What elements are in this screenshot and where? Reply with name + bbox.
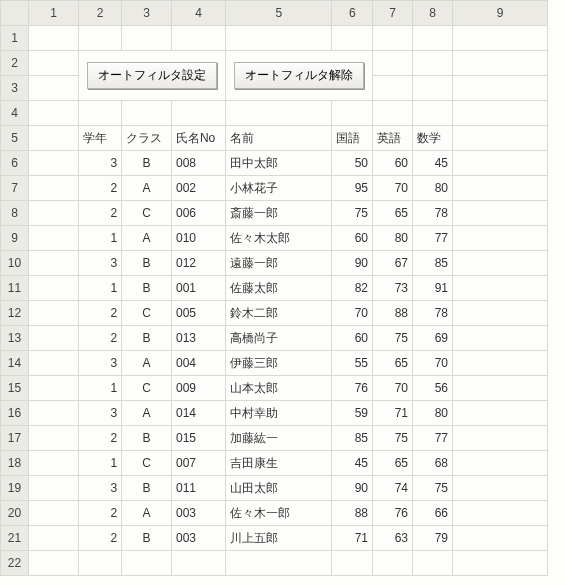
row-header[interactable]: 10 xyxy=(1,251,29,276)
cell[interactable] xyxy=(413,101,453,126)
cell-grade[interactable]: 2 xyxy=(79,201,122,226)
cell-class[interactable]: C xyxy=(122,376,172,401)
cell[interactable] xyxy=(373,26,413,51)
cell-grade[interactable]: 2 xyxy=(79,301,122,326)
cell-name-no[interactable]: 014 xyxy=(171,401,225,426)
cell-name[interactable]: 佐々木一郎 xyxy=(226,501,332,526)
cell-name-no[interactable]: 002 xyxy=(171,176,225,201)
cell-name[interactable]: 斎藤一郎 xyxy=(226,201,332,226)
cell[interactable] xyxy=(373,51,413,76)
row-header[interactable]: 9 xyxy=(1,226,29,251)
cell[interactable] xyxy=(29,426,79,451)
cell[interactable] xyxy=(453,526,548,551)
cell[interactable] xyxy=(453,101,548,126)
cell-eigo[interactable]: 63 xyxy=(373,526,413,551)
cell[interactable] xyxy=(453,476,548,501)
row-header[interactable]: 16 xyxy=(1,401,29,426)
clear-autofilter-button[interactable]: オートフィルタ解除 xyxy=(234,62,364,89)
cell[interactable]: オートフィルタ設定 xyxy=(79,51,226,101)
cell[interactable] xyxy=(453,201,548,226)
cell-grade[interactable]: 1 xyxy=(79,276,122,301)
row-header[interactable]: 18 xyxy=(1,451,29,476)
cell-class[interactable]: C xyxy=(122,301,172,326)
cell[interactable] xyxy=(373,76,413,101)
cell-sugaku[interactable]: 77 xyxy=(413,226,453,251)
cell-grade[interactable]: 3 xyxy=(79,401,122,426)
cell[interactable] xyxy=(453,326,548,351)
col-header-1[interactable]: 1 xyxy=(29,1,79,26)
cell[interactable] xyxy=(453,51,548,76)
cell-name-no[interactable]: 011 xyxy=(171,476,225,501)
cell[interactable] xyxy=(453,76,548,101)
cell-kokugo[interactable]: 95 xyxy=(332,176,373,201)
cell[interactable] xyxy=(453,226,548,251)
cell-name-no[interactable]: 010 xyxy=(171,226,225,251)
cell-class[interactable]: B xyxy=(122,276,172,301)
cell-sugaku[interactable]: 66 xyxy=(413,501,453,526)
cell-name-no[interactable]: 007 xyxy=(171,451,225,476)
set-autofilter-button[interactable]: オートフィルタ設定 xyxy=(87,62,217,89)
cell[interactable] xyxy=(332,551,373,576)
cell[interactable] xyxy=(29,26,79,51)
header-grade[interactable]: 学年 xyxy=(79,126,122,151)
row-header[interactable]: 19 xyxy=(1,476,29,501)
cell-name[interactable]: 伊藤三郎 xyxy=(226,351,332,376)
cell-name-no[interactable]: 013 xyxy=(171,326,225,351)
cell-sugaku[interactable]: 78 xyxy=(413,301,453,326)
cell-name[interactable]: 佐藤太郎 xyxy=(226,276,332,301)
col-header-7[interactable]: 7 xyxy=(373,1,413,26)
cell[interactable] xyxy=(29,251,79,276)
cell[interactable] xyxy=(413,26,453,51)
cell[interactable] xyxy=(373,101,413,126)
cell-class[interactable]: A xyxy=(122,226,172,251)
cell-grade[interactable]: 1 xyxy=(79,451,122,476)
cell-kokugo[interactable]: 45 xyxy=(332,451,373,476)
cell-eigo[interactable]: 88 xyxy=(373,301,413,326)
cell[interactable] xyxy=(29,451,79,476)
cell-eigo[interactable]: 71 xyxy=(373,401,413,426)
row-header[interactable]: 5 xyxy=(1,126,29,151)
cell[interactable] xyxy=(453,551,548,576)
cell[interactable] xyxy=(453,301,548,326)
cell-eigo[interactable]: 80 xyxy=(373,226,413,251)
cell-grade[interactable]: 3 xyxy=(79,476,122,501)
cell-sugaku[interactable]: 78 xyxy=(413,201,453,226)
cell[interactable] xyxy=(453,451,548,476)
cell-kokugo[interactable]: 71 xyxy=(332,526,373,551)
cell-kokugo[interactable]: 75 xyxy=(332,201,373,226)
header-eigo[interactable]: 英語 xyxy=(373,126,413,151)
cell[interactable] xyxy=(122,551,172,576)
cell-name-no[interactable]: 001 xyxy=(171,276,225,301)
cell-eigo[interactable]: 65 xyxy=(373,201,413,226)
cell[interactable] xyxy=(122,26,172,51)
cell[interactable] xyxy=(226,26,332,51)
cell-sugaku[interactable]: 85 xyxy=(413,251,453,276)
cell-eigo[interactable]: 73 xyxy=(373,276,413,301)
row-header[interactable]: 22 xyxy=(1,551,29,576)
cell-name[interactable]: 山本太郎 xyxy=(226,376,332,401)
col-header-4[interactable]: 4 xyxy=(171,1,225,26)
header-class[interactable]: クラス xyxy=(122,126,172,151)
cell-kokugo[interactable]: 85 xyxy=(332,426,373,451)
cell-kokugo[interactable]: 90 xyxy=(332,476,373,501)
cell[interactable] xyxy=(226,551,332,576)
cell-class[interactable]: A xyxy=(122,501,172,526)
cell-class[interactable]: B xyxy=(122,426,172,451)
row-header[interactable]: 6 xyxy=(1,151,29,176)
row-header[interactable]: 1 xyxy=(1,26,29,51)
cell-name[interactable]: 田中太郎 xyxy=(226,151,332,176)
cell-sugaku[interactable]: 56 xyxy=(413,376,453,401)
cell-kokugo[interactable]: 60 xyxy=(332,326,373,351)
row-header[interactable]: 20 xyxy=(1,501,29,526)
cell[interactable] xyxy=(453,251,548,276)
cell[interactable] xyxy=(413,76,453,101)
cell-class[interactable]: B xyxy=(122,526,172,551)
row-header[interactable]: 14 xyxy=(1,351,29,376)
cell-kokugo[interactable]: 82 xyxy=(332,276,373,301)
cell[interactable] xyxy=(453,501,548,526)
cell-name-no[interactable]: 012 xyxy=(171,251,225,276)
cell-kokugo[interactable]: 88 xyxy=(332,501,373,526)
cell[interactable] xyxy=(453,401,548,426)
cell[interactable] xyxy=(29,551,79,576)
cell-name[interactable]: 佐々木太郎 xyxy=(226,226,332,251)
